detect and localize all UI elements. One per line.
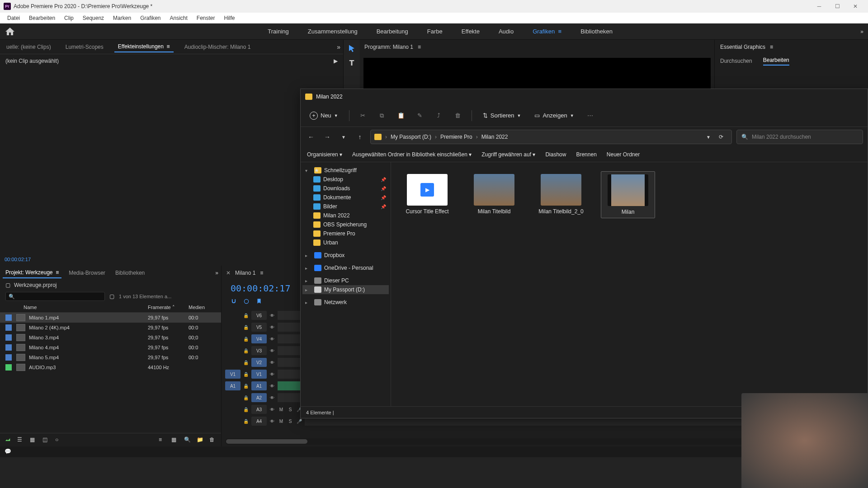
track-label[interactable]: A2 bbox=[251, 393, 267, 402]
view-button[interactable]: ▭ Anzeigen ▼ bbox=[532, 110, 576, 121]
sort-icon[interactable]: ≡ bbox=[159, 436, 166, 444]
menu-bearbeiten[interactable]: Bearbeiten bbox=[24, 15, 60, 21]
toggle-icon[interactable]: 👁 bbox=[269, 394, 276, 401]
track-label[interactable]: V2 bbox=[251, 358, 267, 367]
trash-icon[interactable]: 🗑 bbox=[209, 436, 217, 444]
workspace-training[interactable]: Training bbox=[265, 26, 291, 37]
project-row[interactable]: AUDIO.mp3 44100 Hz bbox=[0, 362, 221, 372]
breadcrumb[interactable]: Milan 2022 bbox=[481, 134, 508, 140]
tab-audio-mixer[interactable]: Audioclip-Mischer: Milano 1 bbox=[181, 42, 255, 52]
workspace-audio[interactable]: Audio bbox=[496, 26, 516, 37]
paste-icon[interactable]: 📋 bbox=[396, 110, 406, 121]
close-button[interactable]: ✕ bbox=[846, 0, 864, 13]
lock-icon[interactable]: 🔒 bbox=[242, 324, 250, 331]
text-tool-icon[interactable] bbox=[348, 59, 356, 67]
address-dropdown-icon[interactable]: ▼ bbox=[706, 135, 711, 140]
tree-downloads[interactable]: Downloads📌 bbox=[302, 184, 389, 193]
workspace-bibliotheken[interactable]: Bibliotheken bbox=[578, 26, 615, 37]
toggle-icon[interactable]: 👁 bbox=[269, 359, 276, 366]
tree-urban[interactable]: Urban bbox=[302, 238, 389, 247]
tree-my-passport[interactable]: ▸My Passport (D:) bbox=[302, 285, 389, 294]
forward-button[interactable]: → bbox=[321, 131, 333, 143]
minimize-button[interactable]: ─ bbox=[810, 0, 828, 13]
maximize-button[interactable]: ☐ bbox=[828, 0, 846, 13]
track-label[interactable]: A4 bbox=[251, 417, 267, 426]
expand-icon[interactable]: ▶ bbox=[334, 58, 338, 64]
source-track[interactable]: A1 bbox=[225, 381, 241, 390]
lock-icon[interactable]: 🔒 bbox=[242, 394, 250, 401]
tree-dropbox[interactable]: ▸Dropbox bbox=[302, 251, 389, 260]
project-row[interactable]: Milano 3.mp4 29,97 fps 00;0 bbox=[0, 333, 221, 343]
zoom-slider-icon[interactable]: ○ bbox=[55, 436, 62, 444]
program-tab[interactable]: Programm: Milano 1 bbox=[364, 44, 413, 50]
toggle-icon[interactable]: 👁 bbox=[269, 324, 276, 331]
selection-tool-icon[interactable] bbox=[348, 44, 356, 52]
tab-project[interactable]: Projekt: Werkzeuge ≡ bbox=[3, 267, 61, 278]
tree-bilder[interactable]: Bilder📌 bbox=[302, 202, 389, 211]
project-search-input[interactable] bbox=[5, 292, 105, 301]
tabs-overflow-icon[interactable]: » bbox=[215, 270, 218, 276]
more-icon[interactable]: ⋯ bbox=[585, 110, 596, 121]
panel-menu-icon[interactable]: ≡ bbox=[260, 270, 263, 276]
workspace-effekte[interactable]: Effekte bbox=[459, 26, 482, 37]
voice-icon[interactable]: 🎤 bbox=[296, 418, 303, 425]
toggle-icon[interactable]: 👁 bbox=[269, 335, 276, 343]
tab-media-browser[interactable]: Media-Browser bbox=[66, 268, 108, 278]
eg-tab-browse[interactable]: Durchsuchen bbox=[720, 58, 752, 64]
cmd-organisieren[interactable]: Organisieren ▾ bbox=[307, 151, 342, 158]
toggle-icon[interactable]: 👁 bbox=[269, 382, 276, 389]
tree-schnellzugriff[interactable]: ▾★Schnellzugriff bbox=[302, 166, 389, 175]
new-item-icon[interactable] bbox=[5, 436, 12, 444]
tree-premiere[interactable]: Premiere Pro bbox=[302, 229, 389, 238]
tree-obs[interactable]: OBS Speicherung bbox=[302, 220, 389, 229]
project-row[interactable]: Milano 4.mp4 29,97 fps 00:0 bbox=[0, 343, 221, 352]
workspace-farbe[interactable]: Farbe bbox=[425, 26, 445, 37]
file-item[interactable]: Milan Titelbild bbox=[467, 171, 521, 217]
new-bin-icon[interactable]: 📁 bbox=[197, 436, 204, 444]
menu-datei[interactable]: Datei bbox=[3, 15, 24, 21]
eg-tab-edit[interactable]: Bearbeiten bbox=[763, 57, 789, 66]
track-label[interactable]: V4 bbox=[251, 334, 267, 343]
recent-dropdown[interactable]: ▼ bbox=[338, 131, 349, 143]
toggle-icon[interactable]: 👁 bbox=[269, 312, 276, 319]
menu-grafiken[interactable]: Grafiken bbox=[136, 15, 165, 21]
tree-dieser-pc[interactable]: ▸Dieser PC bbox=[302, 276, 389, 285]
lock-icon[interactable]: 🔒 bbox=[242, 335, 250, 343]
rename-icon[interactable]: ✎ bbox=[415, 110, 425, 121]
lock-icon[interactable]: 🔒 bbox=[242, 382, 250, 389]
cmd-diashow[interactable]: Diashow bbox=[545, 151, 566, 158]
refresh-icon[interactable]: ⟳ bbox=[714, 134, 728, 140]
tabs-overflow-icon[interactable]: » bbox=[337, 43, 340, 51]
marker-icon[interactable] bbox=[256, 298, 262, 305]
new-button[interactable]: +Neu ▼ bbox=[307, 110, 341, 122]
cmd-brennen[interactable]: Brennen bbox=[576, 151, 596, 158]
workspace-zusammenstellung[interactable]: Zusammenstellung bbox=[305, 26, 360, 37]
cut-icon[interactable]: ✂ bbox=[358, 110, 368, 121]
tree-desktop[interactable]: Desktop📌 bbox=[302, 175, 389, 184]
menu-fenster[interactable]: Fenster bbox=[192, 15, 220, 21]
cmd-neuer-ordner[interactable]: Neuer Ordner bbox=[607, 151, 640, 158]
breadcrumb[interactable]: Premiere Pro bbox=[440, 134, 472, 140]
breadcrumb[interactable]: My Passport (D:) bbox=[391, 134, 431, 140]
delete-icon[interactable]: 🗑 bbox=[453, 110, 463, 121]
freeform-view-icon[interactable]: ◫ bbox=[42, 436, 50, 444]
close-tab-icon[interactable]: ✕ bbox=[226, 270, 231, 276]
address-bar[interactable]: › My Passport (D:) › Premiere Pro › Mila… bbox=[370, 130, 732, 144]
explorer-search-input[interactable]: 🔍 Milan 2022 durchsuchen bbox=[736, 130, 863, 144]
lock-icon[interactable]: 🔒 bbox=[242, 312, 250, 319]
explorer-file-area[interactable]: ▶Cursor Title EffectMilan TitelbildMilan… bbox=[391, 162, 868, 406]
cmd-bibliothek[interactable]: Ausgewählten Ordner in Bibliothek einsch… bbox=[352, 151, 472, 158]
automate-icon[interactable]: ▦ bbox=[171, 436, 179, 444]
explorer-titlebar[interactable]: Milan 2022 bbox=[301, 89, 868, 104]
toggle-icon[interactable]: 👁 bbox=[269, 347, 276, 354]
find-icon[interactable]: 🔍 bbox=[184, 436, 191, 444]
source-timecode[interactable]: 00:00:02:17 bbox=[5, 257, 31, 262]
tree-netzwerk[interactable]: ▸Netzwerk bbox=[302, 298, 389, 307]
workspace-overflow-icon[interactable]: » bbox=[860, 28, 863, 35]
workspace-grafiken[interactable]: Grafiken ≡ bbox=[530, 26, 564, 37]
menu-clip[interactable]: Clip bbox=[60, 15, 78, 21]
track-label[interactable]: V1 bbox=[251, 370, 267, 379]
lock-icon[interactable]: 🔒 bbox=[242, 371, 250, 378]
lock-icon[interactable]: 🔒 bbox=[242, 418, 250, 425]
solo-icon[interactable]: S bbox=[287, 418, 294, 425]
